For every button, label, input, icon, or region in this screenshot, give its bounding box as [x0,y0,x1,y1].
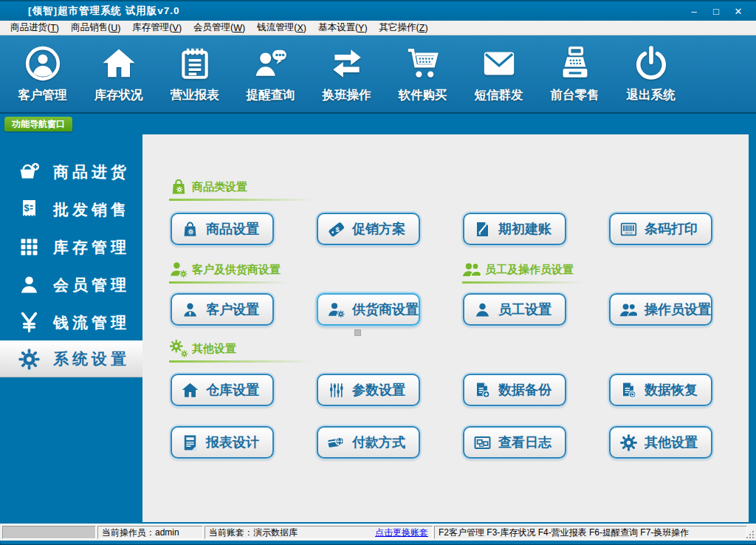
cart-icon [405,45,441,82]
section-header-goods: 商品类设置 [169,177,314,201]
home-icon [100,45,137,82]
person-circle-icon [24,45,61,82]
envelope-icon [481,45,518,82]
switch-account-link[interactable]: 点击更换账套 [375,527,428,539]
status-hotkeys: F2客户管理 F3-库存状况 F4-营业报表 F6-提醒查询 F7-换班操作 [434,526,747,539]
person-gear-icon [169,260,188,279]
doc-restore-icon [619,381,638,400]
bag-gear-icon [181,220,199,239]
toolbar-front-retail[interactable]: 前台零售 [537,45,613,103]
main-toolbar: 客户管理 库存状况 营业报表 提醒查询 换班操作 软件购买 短信群发 前台零售 [0,35,756,114]
sidebar-item-goods-purchase[interactable]: 商品进货 [0,153,142,191]
maximize-button[interactable]: □ [707,4,725,18]
person-chat-icon [252,45,289,82]
toolbar-business-report[interactable]: 营业报表 [157,45,233,103]
parameter-settings-button[interactable]: 参数设置 [317,374,420,406]
data-backup-button[interactable]: 数据备份 [463,374,566,406]
menu-item-settings[interactable]: 基本设置(Y) [312,21,374,35]
sliders-icon [327,381,346,400]
people-icon [619,301,638,319]
status-account-text: 当前账套：演示数据库 [209,527,298,539]
staff-settings-button[interactable]: 员工设置 [463,293,566,326]
opening-accounts-button[interactable]: 期初建账 [463,213,566,245]
person-gear-icon [327,301,346,319]
cash-register-icon [557,45,594,82]
window-controls: – □ ✕ [685,4,756,18]
sidebar-item-inventory[interactable]: 库存管理 [0,228,142,266]
gear-icon [619,433,638,452]
people-icon [462,260,481,279]
toolbar-reminder-query[interactable]: 提醒查询 [233,45,309,103]
basket-plus-icon [18,160,41,183]
data-restore-button[interactable]: 数据恢复 [609,374,712,406]
view-log-button[interactable]: 查看日志 [463,426,566,459]
report-design-button[interactable]: 报表设计 [171,426,274,459]
sidebar-item-wholesale[interactable]: 批发销售 [0,191,142,228]
person-icon [473,301,492,319]
menu-item-sales[interactable]: 商品销售(U) [65,21,126,35]
doc-pen-icon [473,220,492,239]
section-underline [169,360,314,363]
sidebar: 商品进货 批发销售 库存管理 会员管理 钱流管理 系统设置 [0,134,142,524]
notepad-icon [176,45,213,82]
sidebar-item-members[interactable]: 会员管理 [0,266,142,304]
section-header-staff-operator: 员工及操作员设置 [462,260,583,284]
mouse-cursor-artifact [354,329,361,336]
swap-arrows-icon [329,45,365,82]
bag-gear-icon [169,177,188,196]
barcode-icon [619,220,638,239]
body-area: 功能导航窗口 商品进货 批发销售 库存管理 会员管理 钱流管理 [0,114,756,524]
menubar: 商品进货(T) 商品销售(U) 库存管理(V) 会员管理(W) 钱流管理(X) … [0,21,756,35]
barcode-print-button[interactable]: 条码打印 [609,213,712,245]
toolbar-software-purchase[interactable]: 软件购买 [385,45,461,103]
home-icon [181,381,199,400]
operator-settings-button[interactable]: 操作员设置 [609,293,712,326]
person-tie-icon [181,301,199,319]
goods-settings-button[interactable]: 商品设置 [171,213,274,245]
doc-plus-icon [473,381,492,400]
menu-item-inventory[interactable]: 库存管理(V) [126,21,188,35]
toolbar-shift-change[interactable]: 换班操作 [309,45,385,103]
section-underline [169,199,314,201]
power-icon [633,45,670,82]
gear-icon [18,348,41,371]
app-window: [领智]超市管理系统 试用版v7.0 – □ ✕ 商品进货(T) 商品销售(U)… [0,0,756,545]
toolbar-exit-system[interactable]: 退出系统 [613,45,689,103]
menu-item-cashflow[interactable]: 钱流管理(X) [251,21,312,35]
other-settings-button[interactable]: 其他设置 [609,426,712,459]
yen-icon [18,311,41,334]
card-globe-icon [327,433,346,452]
toolbar-customer-management[interactable]: 客户管理 [4,45,80,103]
toolbar-sms-broadcast[interactable]: 短信群发 [461,45,537,103]
grid-icon [18,236,41,258]
customer-settings-button[interactable]: 客户设置 [171,293,274,326]
window-title: [领智]超市管理系统 试用版v7.0 [28,4,180,18]
sidebar-item-cashflow[interactable]: 钱流管理 [0,304,142,341]
section-underline [169,281,290,284]
supplier-settings-button[interactable]: 供货商设置 [317,293,420,326]
tag-dollar-icon [327,220,346,239]
menu-item-members[interactable]: 会员管理(W) [188,21,251,35]
minimize-button[interactable]: – [685,4,703,18]
section-header-customer-supplier: 客户及供货商设置 [169,260,290,284]
titlebar: [领智]超市管理系统 试用版v7.0 – □ ✕ [0,0,756,21]
window-bottom-border [0,541,756,543]
gears-icon [169,339,188,358]
sidebar-item-system-settings[interactable]: 系统设置 [0,341,142,377]
resize-grip[interactable] [746,530,755,539]
nav-window-tag: 功能导航窗口 [4,117,72,131]
close-button[interactable]: ✕ [729,4,747,18]
main-panel: 商品类设置 商品设置 促销方案 期初建账 条码打印 [142,134,749,522]
toolbar-stock-status[interactable]: 库存状况 [80,45,157,103]
promotion-plan-button[interactable]: 促销方案 [317,213,420,245]
report-icon [181,433,199,452]
status-empty-panel [2,526,96,539]
section-underline [462,281,583,284]
status-account: 当前账套：演示数据库 点击更换账套 [205,526,433,539]
log-window-icon [473,433,492,452]
payment-method-button[interactable]: 付款方式 [317,426,420,459]
menu-item-other[interactable]: 其它操作(Z) [374,21,434,35]
menu-item-purchase[interactable]: 商品进货(T) [4,21,65,35]
warehouse-settings-button[interactable]: 仓库设置 [171,374,274,406]
person-icon [18,273,41,296]
